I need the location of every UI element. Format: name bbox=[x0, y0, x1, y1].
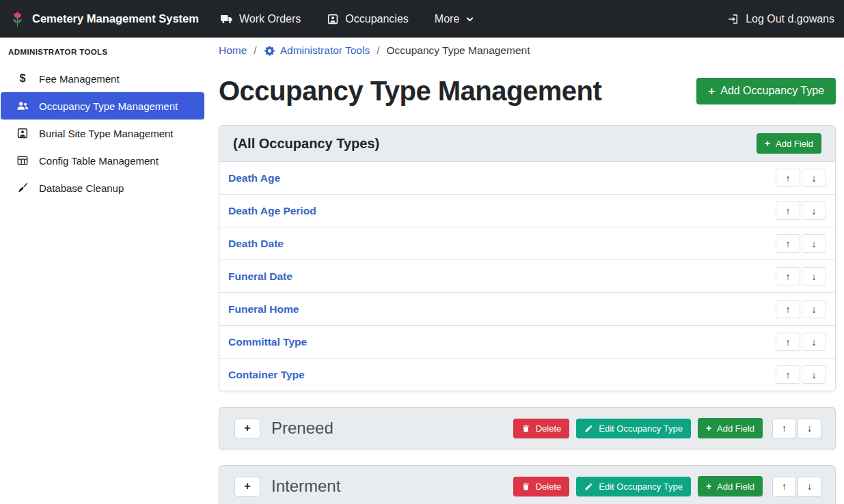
reorder-controls: ↑ ↓ bbox=[776, 169, 826, 187]
field-row: Death Age Period ↑ ↓ bbox=[219, 195, 835, 227]
users-icon bbox=[16, 100, 29, 112]
add-field-label: Add Field bbox=[717, 482, 754, 491]
move-down-button[interactable]: ↓ bbox=[798, 419, 821, 438]
plus-icon: + bbox=[765, 139, 770, 148]
move-down-button[interactable]: ↓ bbox=[802, 333, 826, 351]
add-field-button[interactable]: + Add Field bbox=[698, 476, 763, 496]
nav-work-orders-label: Work Orders bbox=[239, 13, 301, 25]
add-occupancy-type-label: Add Occupancy Type bbox=[720, 85, 824, 96]
page-layout: Administrator Tools $ Fee Management bbox=[0, 38, 844, 504]
sidebar-item-label: Database Cleanup bbox=[39, 182, 124, 194]
sidebar-item-occupancy-type-management[interactable]: Occupancy Type Management bbox=[1, 92, 204, 120]
sidebar-item-label: Fee Management bbox=[39, 73, 120, 85]
breadcrumb-admin-tools[interactable]: Administrator Tools bbox=[264, 44, 370, 57]
expand-button[interactable]: + bbox=[234, 477, 260, 496]
sidebar-item-label: Config Table Management bbox=[39, 155, 159, 167]
field-link-container-type[interactable]: Container Type bbox=[228, 369, 305, 381]
brand[interactable]: Cemetery Management System bbox=[10, 10, 199, 28]
table-icon bbox=[16, 154, 29, 167]
move-down-button[interactable]: ↓ bbox=[802, 267, 826, 285]
reorder-controls: ↑ ↓ bbox=[776, 267, 826, 285]
move-up-button[interactable]: ↑ bbox=[776, 201, 800, 220]
move-up-button[interactable]: ↑ bbox=[776, 169, 800, 187]
all-occupancy-types-card: (All Occupancy Types) + Add Field Death … bbox=[219, 125, 836, 391]
move-down-button[interactable]: ↓ bbox=[798, 477, 821, 496]
logout-label: Log Out d.gowans bbox=[746, 13, 834, 25]
trash-icon bbox=[521, 482, 530, 491]
breadcrumb-admin-tools-label: Administrator Tools bbox=[280, 44, 370, 57]
sidebar-item-fee-management[interactable]: $ Fee Management bbox=[0, 65, 205, 92]
expand-button[interactable]: + bbox=[234, 419, 260, 438]
edit-occupancy-type-button[interactable]: Edit Occupancy Type bbox=[576, 419, 691, 438]
edit-occupancy-type-label: Edit Occupancy Type bbox=[599, 424, 683, 433]
field-link-death-age-period[interactable]: Death Age Period bbox=[228, 205, 316, 217]
pencil-icon bbox=[584, 482, 593, 491]
add-occupancy-type-button[interactable]: + Add Occupancy Type bbox=[696, 78, 836, 104]
nav-occupancies[interactable]: Occupancies bbox=[327, 13, 409, 25]
field-link-death-age[interactable]: Death Age bbox=[228, 172, 280, 184]
pencil-icon bbox=[584, 424, 593, 433]
sidebar-item-label: Occupancy Type Management bbox=[39, 100, 178, 112]
sidebar-item-label: Burial Site Type Management bbox=[39, 128, 174, 139]
move-up-button[interactable]: ↑ bbox=[776, 234, 800, 253]
reorder-controls: ↑ ↓ bbox=[776, 234, 826, 253]
field-row: Committal Type ↑ ↓ bbox=[219, 326, 835, 359]
trash-icon bbox=[521, 424, 530, 433]
move-up-button[interactable]: ↑ bbox=[776, 333, 800, 351]
portrait-icon bbox=[16, 127, 29, 139]
brand-title: Cemetery Management System bbox=[32, 12, 199, 25]
reorder-controls: ↑ ↓ bbox=[776, 300, 826, 318]
edit-occupancy-type-label: Edit Occupancy Type bbox=[599, 482, 683, 491]
field-link-funeral-home[interactable]: Funeral Home bbox=[228, 303, 299, 316]
move-up-button[interactable]: ↑ bbox=[772, 419, 796, 438]
move-down-button[interactable]: ↓ bbox=[802, 169, 826, 187]
field-row: Container Type ↑ ↓ bbox=[219, 359, 835, 391]
section-actions: Delete Edit Occupancy Type + Add Field bbox=[513, 418, 821, 438]
nav-occupancies-label: Occupancies bbox=[345, 13, 409, 25]
sidebar: Administrator Tools $ Fee Management bbox=[0, 38, 205, 201]
sidebar-item-database-cleanup[interactable]: Database Cleanup bbox=[0, 174, 205, 201]
move-down-button[interactable]: ↓ bbox=[802, 300, 826, 318]
occupancy-type-section-preneed: + Preneed Delete bbox=[219, 407, 836, 449]
move-down-button[interactable]: ↓ bbox=[802, 365, 826, 384]
delete-button[interactable]: Delete bbox=[513, 477, 570, 496]
reorder-controls: ↑ ↓ bbox=[772, 419, 821, 438]
add-field-button[interactable]: + Add Field bbox=[757, 133, 821, 154]
plus-icon: + bbox=[706, 423, 711, 433]
breadcrumb: Home / Administrator Tools / Occupancy T… bbox=[219, 44, 836, 57]
move-up-button[interactable]: ↑ bbox=[772, 477, 796, 496]
reorder-controls: ↑ ↓ bbox=[776, 333, 826, 351]
field-link-death-date[interactable]: Death Date bbox=[228, 238, 284, 250]
sidebar-item-config-table-management[interactable]: Config Table Management bbox=[0, 147, 205, 174]
breadcrumb-home[interactable]: Home bbox=[219, 44, 247, 57]
title-row: Occupancy Type Management + Add Occupanc… bbox=[219, 74, 836, 107]
dollar-icon: $ bbox=[16, 73, 29, 84]
plus-icon: + bbox=[706, 481, 711, 491]
section-actions: Delete Edit Occupancy Type + Add Field bbox=[513, 476, 821, 496]
all-occupancy-types-title: (All Occupancy Types) bbox=[233, 136, 379, 152]
move-up-button[interactable]: ↑ bbox=[776, 300, 800, 318]
add-field-button[interactable]: + Add Field bbox=[698, 418, 763, 438]
field-link-committal-type[interactable]: Committal Type bbox=[228, 336, 307, 348]
edit-occupancy-type-button[interactable]: Edit Occupancy Type bbox=[576, 477, 691, 496]
delete-button[interactable]: Delete bbox=[513, 419, 570, 438]
nav-more[interactable]: More bbox=[435, 13, 474, 25]
field-row: Funeral Date ↑ ↓ bbox=[219, 260, 835, 293]
page-title: Occupancy Type Management bbox=[219, 74, 601, 107]
field-link-funeral-date[interactable]: Funeral Date bbox=[228, 270, 292, 283]
nav-work-orders[interactable]: Work Orders bbox=[221, 13, 301, 25]
portrait-icon bbox=[327, 13, 339, 25]
broom-icon bbox=[16, 182, 29, 194]
occupancy-type-section-interment: + Interment Delete bbox=[219, 465, 836, 504]
nav-more-label: More bbox=[435, 13, 459, 25]
main-content: Home / Administrator Tools / Occupancy T… bbox=[205, 38, 844, 504]
move-up-button[interactable]: ↑ bbox=[776, 365, 800, 384]
chevron-down-icon bbox=[465, 14, 474, 24]
move-up-button[interactable]: ↑ bbox=[776, 267, 800, 285]
delete-label: Delete bbox=[536, 482, 562, 491]
move-down-button[interactable]: ↓ bbox=[802, 201, 826, 220]
logout-button[interactable]: Log Out d.gowans bbox=[727, 13, 834, 25]
primary-nav: Work Orders Occupancies More bbox=[221, 13, 474, 25]
sidebar-item-burial-site-type-management[interactable]: Burial Site Type Management bbox=[0, 120, 205, 147]
move-down-button[interactable]: ↓ bbox=[802, 234, 826, 253]
